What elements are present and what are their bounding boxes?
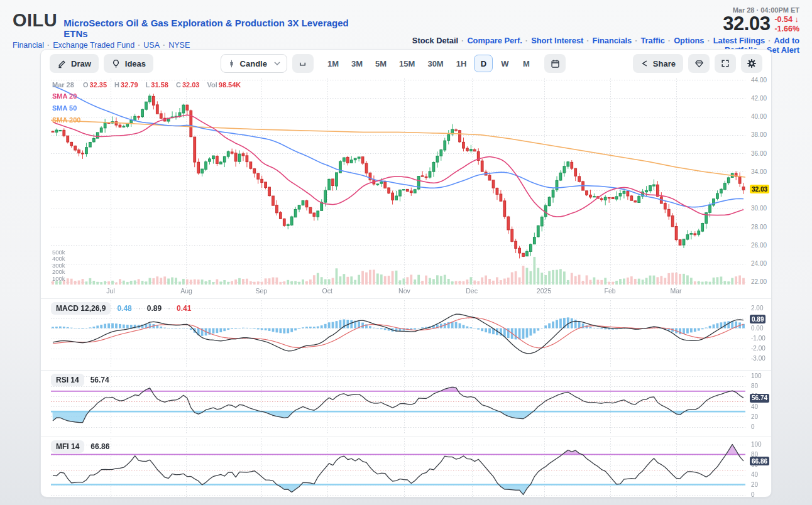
separator-dot: ·: [668, 36, 671, 45]
axis-tick: 0.00: [751, 325, 763, 332]
gear-icon: [747, 58, 757, 68]
axis-tick: 100: [751, 372, 762, 379]
mfi-panel: MFI 14 66.86 10080604020066.86: [41, 437, 771, 497]
fullscreen-button[interactable]: [715, 54, 736, 73]
calendar-button[interactable]: [544, 54, 566, 73]
lightbulb-icon: [111, 59, 121, 68]
value-badge: 66.86: [750, 457, 769, 465]
rsi-panel: RSI 14 56.74 10080604020056.74: [41, 371, 771, 437]
sma50-legend: SMA 50: [52, 104, 77, 112]
timeframe-3m[interactable]: 3M: [346, 55, 368, 72]
nav-link-stock-detail[interactable]: Stock Detail: [412, 36, 458, 45]
timeframe-m[interactable]: M: [517, 55, 535, 72]
volume-axis-label: 200k: [52, 268, 65, 275]
nav-link-short-interest[interactable]: Short Interest: [531, 36, 583, 45]
meta-link-usa[interactable]: USA: [143, 41, 160, 50]
marker-icon: [57, 59, 67, 68]
separator-dot: ·: [586, 36, 589, 45]
x-axis-label: Aug: [180, 287, 192, 295]
chart-card: Draw Ideas Candle 1M3M5M15M30M1HDWM: [40, 49, 772, 497]
separator-dot: ·: [635, 36, 637, 45]
x-axis-label: Feb: [604, 287, 615, 295]
legend-date: Mar 28: [52, 81, 74, 89]
value-badge: 0.89: [750, 315, 765, 323]
rsi-title[interactable]: RSI 14: [51, 374, 84, 386]
volume-axis-label: 400k: [52, 255, 65, 262]
high-value: 32.79: [121, 81, 138, 89]
axis-tick: 30.00: [751, 205, 767, 212]
range-bracket-button[interactable]: [292, 54, 314, 73]
nav-link-compare-perf[interactable]: Compare Perf.: [467, 36, 522, 45]
meta-link-nyse[interactable]: NYSE: [168, 41, 190, 50]
nav-link-latest-filings[interactable]: Latest Filings: [713, 36, 765, 45]
axis-tick: 28.00: [751, 224, 767, 231]
axis-tick: 0: [751, 423, 755, 430]
mfi-value: 66.86: [91, 442, 109, 451]
axis-tick: 24.00: [751, 260, 767, 267]
price-chart-canvas[interactable]: [51, 77, 745, 290]
macd-hist-value: 0.48: [117, 304, 131, 313]
x-axis-label: Jul: [106, 287, 114, 295]
rsi-canvas[interactable]: [51, 371, 745, 436]
timeframe-15m[interactable]: 15M: [394, 55, 420, 72]
share-icon: [640, 59, 649, 68]
x-axis-label: Mar: [670, 287, 681, 295]
open-value: 32.35: [89, 81, 107, 89]
timeframe-d[interactable]: D: [474, 55, 493, 72]
page-header: OILU MicroSectors Oil & Gas Exploration …: [0, 0, 812, 55]
candle-icon: [228, 59, 236, 68]
axis-tick: -2.00: [751, 345, 765, 352]
rsi-header: RSI 14 56.74: [51, 374, 109, 386]
separator-dot: ·: [768, 36, 771, 45]
volume-value: 98.54K: [219, 81, 241, 89]
axis-tick: 38.00: [751, 131, 767, 138]
volume-axis-label: 100k: [52, 275, 65, 282]
x-axis-label: Oct: [322, 287, 332, 295]
separator-dot: ·: [461, 36, 464, 45]
down-arrow-icon: ↓: [794, 15, 798, 24]
timeframe-5m[interactable]: 5M: [370, 55, 392, 72]
ticker-meta: Financial·Exchange Traded Fund·USA·NYSE: [13, 41, 358, 50]
macd-signal-value: 0.41: [177, 304, 191, 313]
change-percent: -1.66%: [774, 24, 799, 33]
mfi-title[interactable]: MFI 14: [51, 440, 84, 453]
meta-link-financial[interactable]: Financial: [13, 41, 44, 50]
chevron-down-icon: [274, 62, 280, 65]
mfi-canvas[interactable]: [51, 437, 745, 497]
ideas-button[interactable]: Ideas: [104, 54, 153, 73]
fullscreen-icon: [721, 59, 730, 68]
separator-dot: ·: [525, 36, 528, 45]
timeframe-1h[interactable]: 1H: [451, 55, 472, 72]
x-axis-label: 2025: [537, 287, 551, 295]
draw-button[interactable]: Draw: [50, 54, 99, 73]
value-badge: 56.74: [750, 394, 769, 403]
timeframe-w[interactable]: W: [495, 55, 514, 72]
axis-tick: 26.00: [751, 242, 767, 249]
axis-tick: 34.00: [751, 168, 767, 175]
premium-button[interactable]: [688, 54, 710, 73]
axis-tick: 100: [751, 441, 762, 448]
timeframe-30m[interactable]: 30M: [422, 55, 448, 72]
nav-link-options[interactable]: Options: [674, 36, 704, 45]
x-axis-label: Dec: [466, 287, 478, 295]
ohlc-legend: Mar 28 O32.35 H32.79 L31.58 C32.03 Vol98…: [52, 81, 246, 89]
chart-type-select[interactable]: Candle: [221, 54, 287, 73]
axis-tick: 80: [751, 383, 758, 389]
axis-tick: 40: [751, 403, 758, 410]
settings-button[interactable]: [741, 54, 762, 73]
macd-header: MACD 12,26,9 0.48 · 0.89 · 0.41: [51, 302, 191, 315]
bracket-icon: [298, 59, 307, 68]
macd-title[interactable]: MACD 12,26,9: [51, 302, 111, 315]
axis-tick: 0: [751, 491, 755, 497]
ticker-block: OILU MicroSectors Oil & Gas Exploration …: [13, 5, 358, 55]
axis-tick: 44.00: [751, 77, 767, 84]
nav-link-traffic[interactable]: Traffic: [640, 36, 664, 45]
price-change: -0.54 ↓ -1.66%: [774, 15, 799, 34]
company-name: MicroSectors Oil & Gas Exploration & Pro…: [63, 18, 358, 39]
meta-link-exchange-traded-fund[interactable]: Exchange Traded Fund: [53, 41, 134, 50]
nav-link-financials[interactable]: Financials: [593, 36, 632, 45]
calendar-icon: [551, 59, 560, 68]
timeframe-1m[interactable]: 1M: [322, 55, 344, 72]
share-button[interactable]: Share: [633, 54, 683, 73]
axis-tick: 22.00: [751, 278, 767, 285]
